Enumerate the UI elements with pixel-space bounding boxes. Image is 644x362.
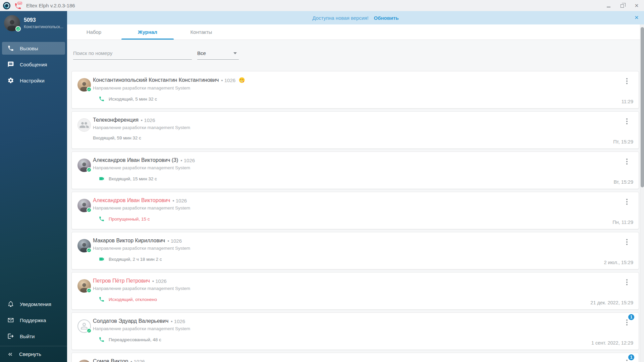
call-info: Исходящий, 5 мин 32 с bbox=[109, 97, 157, 102]
unread-count-badge: 1 bbox=[628, 354, 634, 360]
call-entry[interactable]: Телеконференция • 1026 Направление разра… bbox=[71, 111, 639, 149]
contact-number: 1026 bbox=[184, 158, 195, 163]
contact-number: 1026 bbox=[155, 278, 166, 284]
collapse-icon bbox=[7, 351, 13, 357]
filter-row: Все bbox=[73, 47, 644, 60]
conference-icon bbox=[79, 120, 89, 130]
bell-icon bbox=[7, 301, 14, 307]
contact-department: Направление разработки management System bbox=[93, 125, 598, 130]
phone-call-icon bbox=[99, 296, 105, 302]
call-entry[interactable]: Константинопольский Константин Константи… bbox=[71, 71, 639, 109]
contact-number: 1026 bbox=[174, 318, 185, 324]
online-status-icon bbox=[87, 288, 92, 293]
mail-icon bbox=[7, 317, 14, 323]
call-info: Переадресованный, 48 с bbox=[109, 337, 161, 342]
sidebar-item-logout[interactable]: Выйти bbox=[2, 330, 65, 343]
call-filter-select[interactable]: Все bbox=[197, 47, 239, 60]
sidebar: 5093 Константинопольск... Вызовы Сообщен… bbox=[0, 11, 67, 362]
more-menu-button[interactable] bbox=[623, 197, 631, 206]
sidebar-item-label: Настройки bbox=[20, 78, 45, 83]
unread-count-badge: 1 bbox=[628, 314, 634, 320]
sidebar-item-settings[interactable]: Настройки bbox=[2, 74, 65, 87]
call-entry[interactable]: Петров Пётр Петрович • 1026 Направление … bbox=[71, 272, 639, 310]
user-number: 5093 bbox=[24, 17, 63, 23]
call-info: Входящий, 2 ч 18 мин 2 с bbox=[109, 257, 162, 262]
contact-number: 1026 bbox=[176, 198, 187, 203]
user-name: Константинопольск... bbox=[24, 24, 63, 29]
call-entry[interactable]: Сомов Виктор • 1026 1 bbox=[71, 353, 639, 362]
scrollbar-thumb[interactable] bbox=[641, 27, 644, 187]
contact-number: 1026 bbox=[144, 117, 155, 123]
contact-number: 1026 bbox=[224, 77, 235, 83]
contact-name: Александров Иван Викторович (3) bbox=[93, 157, 178, 163]
online-status-icon bbox=[87, 328, 92, 333]
more-menu-button[interactable] bbox=[623, 238, 631, 246]
sidebar-item-label: Сообщения bbox=[20, 62, 47, 67]
collapse-sidebar-button[interactable]: Свернуть bbox=[0, 346, 67, 362]
call-time: 2 июл., 15:29 bbox=[604, 260, 633, 265]
more-menu-button[interactable] bbox=[623, 278, 631, 287]
call-info: Исходящий, отклонено bbox=[109, 297, 157, 302]
call-time: Пт, 15:29 bbox=[613, 139, 633, 144]
more-menu-button[interactable] bbox=[623, 77, 631, 85]
contact-number: 1026 bbox=[171, 238, 182, 244]
contact-department: Направление разработки management System bbox=[93, 326, 598, 331]
avatar bbox=[77, 199, 91, 212]
call-journal-list: Константинопольский Константин Константи… bbox=[67, 60, 644, 362]
user-profile[interactable]: 5093 Константинопольск... bbox=[0, 11, 67, 35]
contact-number: 1026 bbox=[133, 359, 145, 362]
call-entry[interactable]: Макаров Виктор Кириллович • 1026 Направл… bbox=[71, 232, 639, 269]
sip-phone-icon: SIP bbox=[13, 2, 22, 10]
more-menu-button[interactable] bbox=[623, 157, 631, 166]
tab-journal[interactable]: Журнал bbox=[121, 24, 174, 40]
restore-button[interactable] bbox=[620, 3, 625, 8]
contact-name: Макаров Виктор Кириллович bbox=[93, 238, 165, 244]
online-status-icon bbox=[87, 87, 92, 92]
tab-bar: Набор Журнал Контакты bbox=[67, 24, 644, 40]
face-with-thermometer-emoji bbox=[238, 77, 245, 83]
phone-call-icon bbox=[99, 96, 105, 102]
call-info: Входящий, 59 мин 32 с bbox=[93, 135, 141, 140]
sidebar-item-support[interactable]: Поддержка bbox=[2, 314, 65, 326]
sidebar-item-messages[interactable]: Сообщения bbox=[2, 58, 65, 71]
call-entry[interactable]: Солдатов Эдуард Валерьевич • 1026 Направ… bbox=[71, 312, 639, 350]
avatar bbox=[77, 159, 91, 172]
avatar bbox=[77, 279, 91, 293]
contact-department: Направление разработки management System bbox=[93, 165, 598, 170]
phone-icon bbox=[7, 45, 14, 52]
gear-icon bbox=[7, 77, 14, 84]
contact-name: Константинопольский Константин Константи… bbox=[93, 77, 219, 83]
online-status-icon bbox=[87, 207, 92, 213]
banner-text: Доступна новая версия! bbox=[312, 15, 368, 21]
call-time: Пн, 11:29 bbox=[612, 220, 633, 225]
call-entry[interactable]: Александров Иван Викторович • 1026 Напра… bbox=[71, 192, 639, 229]
banner-close-icon[interactable]: × bbox=[635, 14, 639, 21]
search-input[interactable] bbox=[73, 47, 192, 60]
more-menu-button[interactable] bbox=[623, 117, 631, 126]
user-avatar bbox=[4, 15, 20, 31]
window-titlebar: SIP Eltex Elph v.2.0.3-186 ✕ bbox=[0, 0, 644, 11]
call-time: 1 сент. 2022, 12:29 bbox=[591, 340, 633, 346]
update-link[interactable]: Обновить bbox=[374, 15, 399, 21]
contact-department: Направление разработки management System bbox=[93, 286, 598, 291]
chevron-down-icon bbox=[233, 52, 237, 54]
call-time: 21 дек. 2022, 15:29 bbox=[590, 300, 633, 305]
sidebar-item-label: Уведомления bbox=[20, 301, 51, 307]
video-call-icon bbox=[99, 176, 105, 182]
sidebar-item-notifications[interactable]: Уведомления bbox=[2, 298, 65, 310]
tab-dialpad[interactable]: Набор bbox=[67, 24, 121, 40]
online-status-icon bbox=[15, 26, 21, 32]
contact-department: Направление разработки management System bbox=[93, 246, 598, 251]
tab-contacts[interactable]: Контакты bbox=[174, 24, 228, 40]
vertical-scrollbar bbox=[640, 24, 644, 362]
minimize-button[interactable] bbox=[606, 3, 611, 8]
contact-name: Сомов Виктор bbox=[93, 358, 128, 362]
sidebar-item-label: Поддержка bbox=[20, 317, 46, 323]
contact-name: Петров Пётр Петрович bbox=[93, 278, 150, 284]
call-entry[interactable]: Александров Иван Викторович (3) • 1026 Н… bbox=[71, 152, 639, 189]
contact-name: Телеконференция bbox=[93, 117, 139, 123]
sidebar-footer: Уведомления Поддержка Выйти Свернуть bbox=[0, 298, 67, 362]
sidebar-item-calls[interactable]: Вызовы bbox=[2, 42, 65, 55]
close-window-button[interactable]: ✕ bbox=[634, 3, 639, 8]
avatar bbox=[77, 360, 91, 362]
